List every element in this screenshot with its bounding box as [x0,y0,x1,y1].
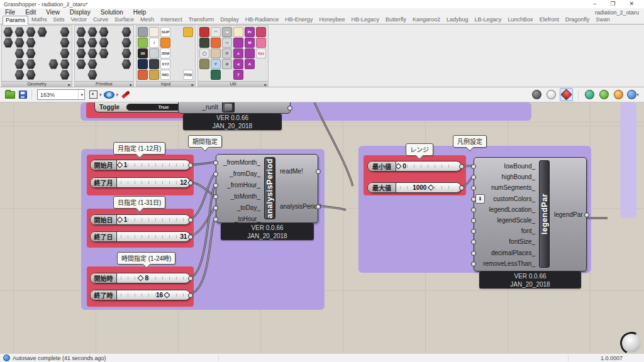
input-port[interactable] [471,261,476,266]
palette-icon[interactable]: f(x) [256,48,266,58]
palette-icon[interactable] [60,70,70,80]
palette-icon[interactable] [60,38,70,48]
node-group-lav[interactable] [620,102,636,218]
tab-dragonfly[interactable]: Dragonfly [562,15,593,24]
palette-icon[interactable] [14,27,25,37]
tab-maths[interactable]: Maths [28,15,50,24]
palette-icon[interactable]: M [245,38,255,48]
palette-icon[interactable] [245,48,255,58]
palette-icon[interactable]: α [233,59,243,69]
number-slider[interactable]: 開始日1 [90,214,191,225]
output-port[interactable] [316,169,321,174]
input-port[interactable] [213,194,218,199]
palette-icon[interactable] [233,27,243,37]
palette-icon[interactable] [199,38,209,48]
palette-icon[interactable]: SHP [160,27,170,37]
palette-icon[interactable] [149,27,159,37]
preview-eye-button[interactable] [104,91,114,99]
tab-sets[interactable]: Sets [50,15,68,24]
palette-icon[interactable]: 3DM [160,48,170,58]
palette-icon[interactable] [26,59,36,69]
close-button[interactable] [629,0,634,8]
tab-mesh[interactable]: Mesh [137,15,157,24]
minimize-button[interactable] [593,0,596,8]
group-label[interactable]: 日指定 (1-31日) [113,196,165,209]
tab-transform[interactable]: Transform [186,15,218,24]
zoom-extents-button[interactable] [89,90,97,99]
preview-custom-3-icon[interactable] [613,89,625,101]
palette-icon[interactable]: Y [211,59,221,69]
palette-icon[interactable]: Pr [245,27,255,37]
palette-icon[interactable] [76,38,86,48]
maximize-button[interactable] [610,0,615,8]
preview-custom-2-icon[interactable] [598,89,610,101]
input-port[interactable] [213,160,218,165]
output-port[interactable] [188,293,193,298]
palette-icon[interactable] [14,70,25,80]
caret-down-icon[interactable] [99,92,102,97]
palette-icon[interactable]: ⟳ [222,48,232,58]
tab-lunchbox[interactable]: LunchBox [505,15,536,24]
palette-icon[interactable] [26,27,36,37]
open-file-button[interactable] [5,91,15,99]
palette-icon[interactable]: ➜ [222,27,232,37]
palette-icon[interactable]: PDB [183,70,193,80]
tab-curve[interactable]: Curve [90,15,111,24]
output-port[interactable] [459,185,464,190]
slider-track[interactable]: 8 [117,273,190,283]
palette-icon[interactable] [14,59,25,69]
palette-icon[interactable] [199,27,209,37]
palette-icon[interactable] [76,59,86,69]
palette-icon[interactable] [26,38,36,48]
caret-down-icon[interactable] [116,92,119,97]
palette-icon[interactable] [14,48,25,58]
zoom-selector[interactable]: 163% [37,89,85,100]
tab-butterfly[interactable]: Butterfly [382,15,409,24]
component-legendPar[interactable]: lowBound_highBound_numSegments_customCol… [474,157,587,272]
palette-icon[interactable] [14,38,25,48]
group-label[interactable]: 月指定 (1-12月) [113,142,165,155]
slider-knob[interactable]: 1 [118,215,128,224]
canvas[interactable]: ToggleTrue_runItVER 0.0.66JAN_20_2018開始月… [0,102,644,353]
tab-hb-energy[interactable]: HB-Energy [282,15,316,24]
palette-icon[interactable] [211,70,221,80]
tab-ladybug[interactable]: Ladybug [443,15,472,24]
palette-icon[interactable]: ⊘ [222,59,232,69]
slider-grip-icon[interactable] [138,275,144,282]
palette-icon[interactable] [87,59,97,69]
palette-icon[interactable] [233,38,243,48]
save-file-button[interactable] [19,90,27,99]
palette-icon[interactable] [87,70,97,80]
palette-icon[interactable] [149,59,159,69]
palette-icon[interactable] [99,48,109,58]
slider-knob[interactable]: 16 [156,290,169,300]
palette-icon[interactable]: x [233,48,243,58]
number-slider[interactable]: 終了時16 [90,290,191,300]
input-port[interactable] [471,185,476,190]
slider-track[interactable]: 1 [117,160,190,170]
palette-section-label[interactable]: Util [198,81,268,86]
palette-icon[interactable] [138,59,148,69]
component-analysisPeriod[interactable]: _fromMonth__fromDay__fromHour__toMonth__… [216,154,318,223]
tab-kangaroo2[interactable]: Kangaroo2 [409,15,443,24]
palette-icon[interactable]: ⇨ [222,38,232,48]
input-port[interactable] [471,239,476,244]
tab-honeybee[interactable]: Honeybee [316,15,348,24]
input-port[interactable] [471,207,476,212]
palette-icon[interactable] [26,70,36,80]
number-slider[interactable]: 最大値1000 [367,182,462,193]
palette-icon[interactable]: 7 [233,70,243,80]
palette-icon[interactable] [76,48,86,58]
number-slider[interactable]: 開始月1 [90,160,191,170]
palette-icon[interactable] [37,27,47,37]
palette-section-label[interactable]: Primitive [75,81,133,86]
sketch-pen-button[interactable] [121,90,130,99]
slider-track[interactable]: 12 [117,178,190,187]
palette-icon[interactable] [256,27,266,37]
slider-grip-icon[interactable] [164,292,170,299]
tab-swan[interactable]: Swan [592,15,613,24]
group-label[interactable]: 期間指定 [188,135,222,148]
palette-icon[interactable]: ◯ [199,48,209,58]
input-port[interactable] [213,206,218,211]
palette-icon[interactable] [87,48,97,58]
